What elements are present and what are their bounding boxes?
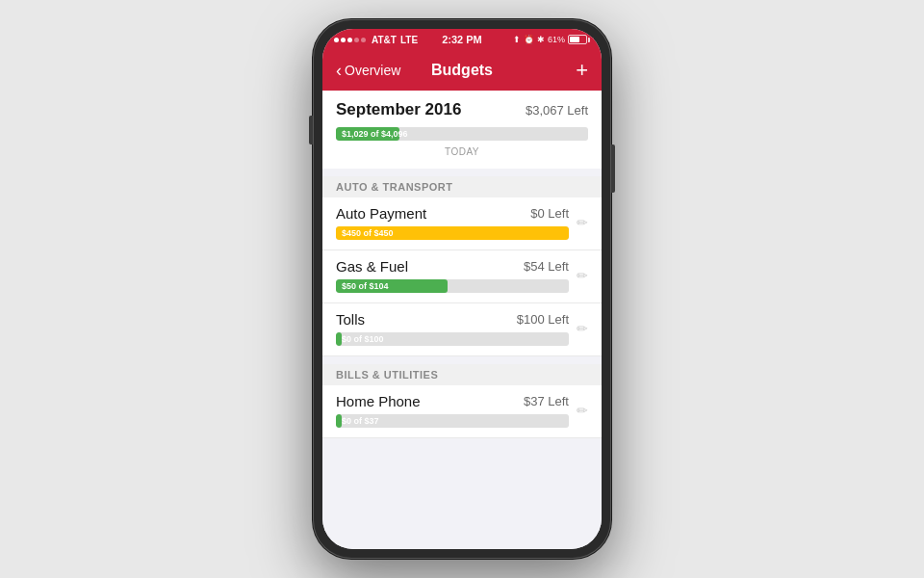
home-phone-left: $37 Left: [524, 394, 569, 408]
dot4: [354, 38, 359, 42]
auto-payment-edit-icon[interactable]: ✏: [577, 215, 588, 230]
september-header: September 2016 $3,067 Left: [336, 100, 588, 119]
battery-icon: [568, 35, 590, 44]
content-scroll[interactable]: September 2016 $3,067 Left $1,029 of $4,…: [322, 91, 602, 549]
tolls-edit-icon[interactable]: ✏: [577, 321, 588, 336]
back-label: Overview: [345, 63, 400, 78]
budget-item-auto-payment[interactable]: Auto Payment $0 Left $450 of $450 ✏: [322, 197, 602, 250]
battery-fill: [570, 37, 579, 42]
dot1: [334, 38, 339, 42]
budget-item-auto-header: Auto Payment $0 Left: [336, 205, 569, 222]
gas-fuel-fill: $50 of $104: [336, 279, 448, 293]
bluetooth-icon: ✱: [537, 35, 545, 44]
status-left: AT&T LTE: [334, 35, 418, 45]
dot5: [361, 38, 366, 42]
today-label: TODAY: [336, 146, 588, 157]
network-label: LTE: [400, 35, 418, 45]
signal-dots: [334, 38, 366, 42]
carrier-label: AT&T: [372, 35, 397, 45]
auto-payment-text: $450 of $450: [342, 228, 394, 238]
page-title: Budgets: [431, 62, 493, 79]
phone-screen: AT&T LTE 2:32 PM ⬆ ⏰ ✱ 61% ‹ O: [322, 29, 602, 549]
battery-tip: [588, 38, 590, 42]
nav-bar: ‹ Overview Budgets +: [322, 50, 602, 91]
auto-payment-fill: $450 of $450: [336, 226, 569, 240]
budget-item-gas-content: Gas & Fuel $54 Left $50 of $104: [336, 258, 569, 293]
home-phone-name: Home Phone: [336, 393, 421, 409]
overview-progress-bar: $1,029 of $4,096: [336, 127, 588, 141]
phone-frame: AT&T LTE 2:32 PM ⬆ ⏰ ✱ 61% ‹ O: [313, 19, 611, 559]
september-title: September 2016: [336, 100, 461, 119]
home-phone-text: $0 of $37: [342, 416, 379, 426]
section-auto-transport: AUTO & TRANSPORT: [322, 176, 602, 197]
section-label-auto: AUTO & TRANSPORT: [336, 181, 452, 193]
section-bills-utilities: BILLS & UTILITIES: [322, 364, 602, 385]
gas-fuel-progress: $50 of $104: [336, 279, 569, 293]
overview-progress-text: $1,029 of $4,096: [342, 129, 408, 139]
tolls-progress: $0 of $100: [336, 332, 569, 346]
back-button[interactable]: ‹ Overview: [336, 62, 400, 79]
tolls-text: $0 of $100: [342, 334, 384, 344]
section-label-bills: BILLS & UTILITIES: [336, 369, 438, 381]
gas-fuel-name: Gas & Fuel: [336, 258, 408, 275]
dot3: [347, 38, 352, 42]
budget-item-home-header: Home Phone $37 Left: [336, 393, 569, 409]
budget-item-home-content: Home Phone $37 Left $0 of $37: [336, 393, 569, 428]
status-right: ⬆ ⏰ ✱ 61%: [513, 35, 590, 44]
tolls-left: $100 Left: [517, 312, 569, 327]
budget-item-tolls[interactable]: Tolls $100 Left $0 of $100 ✏: [322, 303, 602, 356]
budget-item-tolls-content: Tolls $100 Left $0 of $100: [336, 311, 569, 346]
alarm-icon: ⏰: [524, 35, 534, 44]
gas-fuel-left: $54 Left: [524, 259, 569, 274]
overview-progress-fill: $1,029 of $4,096: [336, 127, 399, 141]
budget-item-gas-fuel[interactable]: Gas & Fuel $54 Left $50 of $104 ✏: [322, 250, 602, 303]
budget-item-home-phone[interactable]: Home Phone $37 Left $0 of $37 ✏: [322, 385, 602, 438]
budget-item-tolls-header: Tolls $100 Left: [336, 311, 569, 328]
home-phone-fill: $0 of $37: [336, 414, 342, 428]
add-button[interactable]: +: [576, 60, 588, 81]
september-amount-left: $3,067 Left: [526, 103, 588, 118]
status-bar: AT&T LTE 2:32 PM ⬆ ⏰ ✱ 61%: [322, 29, 602, 50]
back-arrow-icon: ‹: [336, 62, 342, 79]
auto-payment-name: Auto Payment: [336, 205, 426, 222]
home-phone-edit-icon[interactable]: ✏: [577, 403, 588, 418]
battery-percent: 61%: [548, 35, 565, 44]
tolls-name: Tolls: [336, 311, 365, 328]
september-section: September 2016 $3,067 Left $1,029 of $4,…: [322, 91, 602, 169]
budget-item-gas-header: Gas & Fuel $54 Left: [336, 258, 569, 275]
battery-body: [568, 35, 587, 44]
gas-fuel-text: $50 of $104: [342, 281, 389, 291]
auto-payment-left: $0 Left: [530, 206, 569, 221]
home-phone-progress: $0 of $37: [336, 414, 569, 428]
time-label: 2:32 PM: [442, 34, 482, 45]
location-icon: ⬆: [513, 35, 521, 44]
dot2: [341, 38, 346, 42]
tolls-fill: $0 of $100: [336, 332, 342, 346]
gas-fuel-edit-icon[interactable]: ✏: [577, 268, 588, 283]
auto-payment-progress: $450 of $450: [336, 226, 569, 240]
budget-item-auto-content: Auto Payment $0 Left $450 of $450: [336, 205, 569, 240]
